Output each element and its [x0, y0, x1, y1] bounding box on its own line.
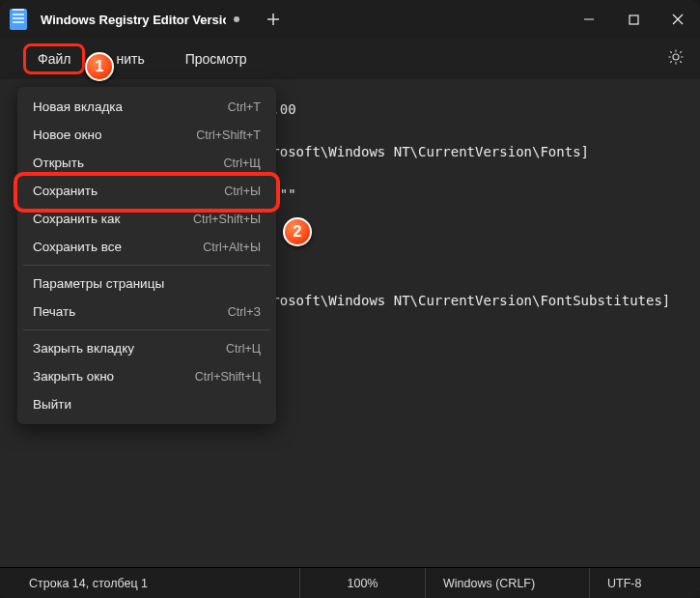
menu-item-shortcut: Ctrl+Shift+Ы [193, 213, 261, 226]
svg-rect-0 [630, 15, 638, 24]
tab-title: Windows Registry Editor Version 5. [41, 13, 226, 27]
menu-new-tab[interactable]: Новая вкладка Ctrl+T [17, 93, 276, 121]
close-button[interactable] [656, 0, 700, 39]
status-cursor-position: Строка 14, столбец 1 [0, 568, 299, 598]
close-icon [672, 14, 684, 25]
statusbar: Строка 14, столбец 1 100% Windows (CRLF)… [0, 567, 700, 598]
status-line-ending[interactable]: Windows (CRLF) [425, 568, 589, 598]
menu-item-label: Сохранить как [33, 212, 120, 226]
maximize-button[interactable] [611, 0, 656, 39]
menu-open[interactable]: Открыть Ctrl+Щ [17, 149, 276, 177]
menu-item-label: Закрыть окно [33, 369, 114, 384]
menu-item-shortcut: Ctrl+Alt+Ы [203, 241, 261, 254]
plus-icon [266, 13, 280, 26]
menu-item-shortcut: Ctrl+Ы [224, 185, 261, 198]
menu-item-label: Открыть [33, 156, 84, 170]
menu-exit[interactable]: Выйти [17, 390, 276, 418]
annotation-badge-2: 2 [283, 217, 312, 246]
menu-divider [23, 265, 270, 266]
menu-item-label: Сохранить [33, 184, 98, 198]
menu-item-shortcut: Ctrl+Ц [226, 342, 261, 356]
document-tab[interactable]: Windows Registry Editor Version 5. [37, 3, 249, 36]
maximize-icon [629, 14, 639, 25]
file-menu-dropdown: Новая вкладка Ctrl+T Новое окно Ctrl+Shi… [17, 87, 276, 424]
menu-save[interactable]: Сохранить Ctrl+Ы [17, 177, 276, 205]
menu-print[interactable]: Печать Ctrl+З [17, 298, 276, 326]
tab-strip: Windows Registry Editor Version 5. [10, 0, 567, 39]
gear-icon [667, 48, 685, 66]
menu-item-shortcut: Ctrl+З [228, 305, 261, 319]
menu-new-window[interactable]: Новое окно Ctrl+Shift+T [17, 121, 276, 149]
status-encoding[interactable]: UTF-8 [589, 568, 695, 598]
menu-item-label: Сохранить все [33, 240, 122, 254]
titlebar: Windows Registry Editor Version 5. [0, 0, 700, 39]
notepad-window: Windows Registry Editor Version 5. Файл … [0, 0, 700, 598]
new-tab-button[interactable] [257, 3, 290, 36]
menu-item-label: Параметры страницы [33, 276, 164, 291]
menu-item-label: Новое окно [33, 128, 101, 142]
menu-save-as[interactable]: Сохранить как Ctrl+Shift+Ы [17, 205, 276, 233]
menu-item-shortcut: Ctrl+Щ [224, 157, 261, 170]
menu-item-shortcut: Ctrl+Shift+T [196, 128, 261, 142]
menu-item-label: Печать [33, 304, 75, 319]
status-zoom[interactable]: 100% [299, 568, 425, 598]
menu-item-shortcut: Ctrl+Shift+Ц [195, 370, 261, 384]
minimize-button[interactable] [567, 0, 611, 39]
menu-page-setup[interactable]: Параметры страницы [17, 270, 276, 298]
menu-close-window[interactable]: Закрыть окно Ctrl+Shift+Ц [17, 362, 276, 390]
menu-item-label: Выйти [33, 397, 71, 412]
menu-item-shortcut: Ctrl+T [228, 100, 261, 114]
menu-item-label: Новая вкладка [33, 100, 123, 114]
menu-divider [23, 329, 270, 330]
minimize-icon [583, 14, 595, 25]
menu-file[interactable]: Файл [23, 43, 85, 74]
menu-item-label: Закрыть вкладку [33, 341, 134, 356]
menu-save-all[interactable]: Сохранить все Ctrl+Alt+Ы [17, 233, 276, 261]
menu-view[interactable]: Просмотр [176, 45, 257, 72]
unsaved-dot-icon [234, 16, 239, 22]
window-controls [567, 0, 700, 39]
notepad-icon [10, 9, 27, 30]
menu-close-tab[interactable]: Закрыть вкладку Ctrl+Ц [17, 334, 276, 362]
annotation-badge-1: 1 [85, 52, 114, 81]
settings-button[interactable] [667, 48, 685, 69]
